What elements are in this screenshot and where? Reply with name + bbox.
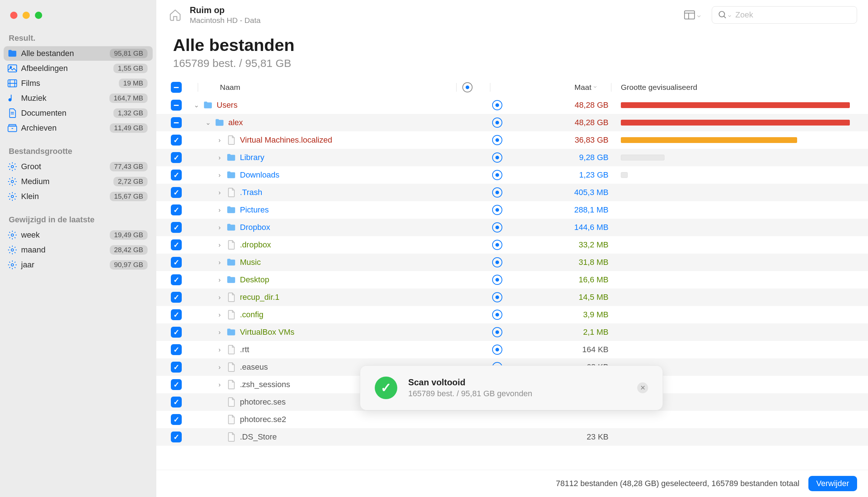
row-checkbox[interactable] [171, 274, 182, 285]
expand-toggle[interactable]: › [215, 329, 224, 336]
close-window-button[interactable] [10, 12, 17, 19]
table-row[interactable]: › .dropbox 33,2 MB [156, 236, 868, 254]
select-all-checkbox[interactable] [171, 82, 182, 93]
row-checkbox[interactable] [171, 117, 182, 128]
target-icon[interactable] [492, 152, 502, 163]
target-icon[interactable] [492, 205, 502, 215]
row-checkbox[interactable] [171, 414, 182, 425]
table-row[interactable]: › VirtualBox VMs 2,1 MB [156, 323, 868, 341]
row-checkbox[interactable] [171, 239, 182, 250]
target-icon[interactable] [492, 275, 502, 285]
target-icon[interactable] [492, 135, 502, 145]
table-row[interactable]: ⌄ Users 48,28 GB [156, 96, 868, 114]
table-row[interactable]: › Virtual Machines.localized 36,83 GB [156, 131, 868, 149]
table-row[interactable]: ⌄ alex 48,28 GB [156, 114, 868, 131]
row-checkbox[interactable] [171, 397, 182, 407]
sidebar-item[interactable]: week 19,49 GB [4, 228, 153, 242]
row-checkbox[interactable] [171, 379, 182, 390]
table-row[interactable]: › Music 31,8 MB [156, 254, 868, 271]
sidebar-item[interactable]: jaar 90,97 GB [4, 258, 153, 272]
row-checkbox[interactable] [171, 187, 182, 198]
table-row[interactable]: › Library 9,28 GB [156, 149, 868, 166]
search-input[interactable] [735, 10, 851, 20]
column-visual[interactable]: Grootte gevisualiseerd [617, 83, 850, 92]
target-icon[interactable] [492, 187, 502, 198]
row-checkbox[interactable] [171, 362, 182, 373]
expand-toggle[interactable]: › [215, 346, 224, 354]
sidebar-item[interactable]: Afbeeldingen 1,55 GB [4, 61, 153, 76]
target-icon[interactable] [492, 240, 502, 250]
delete-button[interactable]: Verwijder [808, 476, 857, 491]
file-icon [226, 433, 236, 441]
column-name[interactable]: Naam [204, 83, 450, 92]
row-checkbox[interactable] [171, 432, 182, 442]
table-row[interactable]: › Dropbox 144,6 MB [156, 219, 868, 236]
sidebar-item[interactable]: maand 28,42 GB [4, 243, 153, 257]
target-icon[interactable] [492, 170, 502, 180]
table-row[interactable]: › .config 3,9 MB [156, 306, 868, 323]
folder-icon [226, 275, 236, 284]
sidebar-item[interactable]: Documenten 1,32 GB [4, 106, 153, 120]
row-checkbox[interactable] [171, 327, 182, 338]
sidebar-item[interactable]: Medium 2,72 GB [4, 174, 153, 189]
expand-toggle[interactable]: › [215, 381, 224, 389]
toast-close-button[interactable]: ✕ [637, 382, 648, 393]
table-row[interactable]: › .rtt 164 KB [156, 341, 868, 358]
table-row[interactable]: › Downloads 1,23 GB [156, 166, 868, 184]
expand-toggle[interactable]: › [215, 171, 224, 179]
row-checkbox[interactable] [171, 309, 182, 320]
view-mode-button[interactable]: ⌵ [680, 7, 705, 23]
target-icon[interactable] [492, 100, 502, 110]
target-column-icon[interactable] [462, 82, 473, 92]
maximize-window-button[interactable] [35, 12, 42, 19]
table-row[interactable]: › recup_dir.1 14,5 MB [156, 289, 868, 306]
expand-toggle[interactable]: › [215, 294, 224, 301]
search-box[interactable]: ⌵ [712, 6, 857, 24]
table-row[interactable]: .DS_Store 23 KB [156, 428, 868, 446]
minimize-window-button[interactable] [23, 12, 30, 19]
sidebar-item[interactable]: Klein 15,67 GB [4, 189, 153, 204]
row-checkbox[interactable] [171, 100, 182, 111]
expand-toggle[interactable]: ⌄ [192, 101, 201, 109]
table-row[interactable]: › Pictures 288,1 MB [156, 201, 868, 219]
row-checkbox[interactable] [171, 152, 182, 163]
column-size[interactable]: Maat⌵ [496, 83, 605, 92]
expand-toggle[interactable]: › [215, 363, 224, 371]
target-icon[interactable] [492, 327, 502, 337]
sidebar-item[interactable]: Archieven 11,49 GB [4, 121, 153, 135]
row-checkbox[interactable] [171, 257, 182, 268]
target-icon[interactable] [492, 118, 502, 128]
table-row[interactable]: › Desktop 16,6 MB [156, 271, 868, 289]
row-checkbox[interactable] [171, 170, 182, 180]
sidebar-item[interactable]: Groot 77,43 GB [4, 159, 153, 174]
target-icon[interactable] [492, 257, 502, 267]
expand-toggle[interactable]: › [215, 276, 224, 284]
sidebar-item[interactable]: Muziek 164,7 MB [4, 91, 153, 106]
target-icon[interactable] [492, 222, 502, 232]
sidebar-item-label: Documenten [21, 108, 113, 118]
expand-toggle[interactable]: ⌄ [204, 119, 212, 127]
row-checkbox[interactable] [171, 344, 182, 355]
table-row[interactable]: › .Trash 405,3 MB [156, 184, 868, 201]
home-button[interactable] [167, 7, 183, 23]
folder-icon [226, 258, 236, 267]
target-icon[interactable] [492, 292, 502, 302]
expand-toggle[interactable]: › [215, 206, 224, 214]
target-icon[interactable] [492, 345, 502, 355]
expand-toggle[interactable]: › [215, 241, 224, 249]
expand-toggle[interactable]: › [215, 259, 224, 266]
row-checkbox[interactable] [171, 204, 182, 215]
sidebar-item[interactable]: Films 19 MB [4, 76, 153, 91]
expand-toggle[interactable]: › [215, 224, 224, 231]
sidebar-item[interactable]: Alle bestanden 95,81 GB [4, 46, 153, 61]
table-row[interactable]: photorec.se2 [156, 411, 868, 428]
expand-toggle[interactable]: › [215, 154, 224, 162]
target-icon[interactable] [492, 310, 502, 320]
row-checkbox[interactable] [171, 135, 182, 146]
expand-toggle[interactable]: › [215, 311, 224, 319]
expand-toggle[interactable]: › [215, 189, 224, 196]
expand-toggle[interactable]: › [215, 136, 224, 144]
row-checkbox[interactable] [171, 222, 182, 233]
svg-rect-9 [9, 124, 16, 126]
row-checkbox[interactable] [171, 292, 182, 303]
